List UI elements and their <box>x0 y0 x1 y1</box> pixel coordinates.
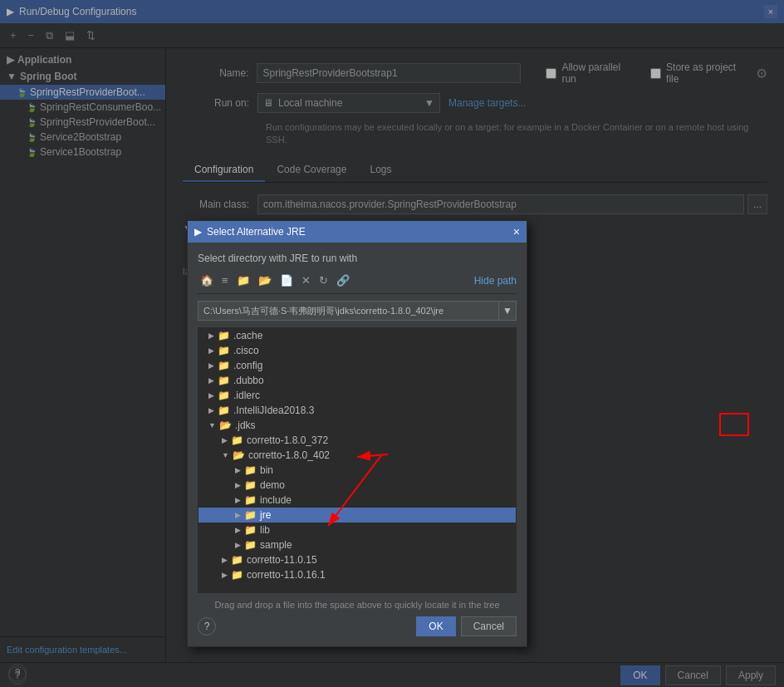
modal-tree-item-idlerc[interactable]: ▶ 📁 .idlerc <box>198 388 516 403</box>
chevron-icon-corretto-11-15: ▶ <box>222 556 228 564</box>
modal-body: Select directory with JRE to run with 🏠 … <box>188 243 527 646</box>
modal-tree-item-jdks-label: .jdks <box>235 420 256 431</box>
modal-newfile-button[interactable]: 📄 <box>277 272 296 288</box>
chevron-icon-dubbo: ▶ <box>208 376 214 385</box>
modal-title-text: Select Alternative JRE <box>207 226 306 238</box>
folder-icon-config: 📁 <box>218 360 230 371</box>
modal-path-input[interactable] <box>198 301 499 321</box>
modal-tree-item-intellij-label: .IntelliJIdea2018.3 <box>233 405 314 416</box>
modal-folder-button[interactable]: 📁 <box>234 272 252 288</box>
modal-tree-item-cache-label: .cache <box>233 330 262 341</box>
modal-tree-item-idlerc-label: .idlerc <box>233 390 260 401</box>
modal-subtitle: Select directory with JRE to run with <box>198 253 517 264</box>
modal-link-button[interactable]: 🔗 <box>334 272 352 288</box>
folder-icon-intellij: 📁 <box>218 405 230 416</box>
modal-tree-item-corretto-11-15-label: corretto-11.0.15 <box>247 554 317 566</box>
folder-icon-include: 📁 <box>244 494 257 506</box>
modal-ok-button[interactable]: OK <box>416 616 455 636</box>
modal-tree-item-sample-label: sample <box>260 539 292 551</box>
modal-hint: Drag and drop a file into the space abov… <box>198 600 517 610</box>
modal-tree-item-cisco[interactable]: ▶ 📁 .cisco <box>198 343 516 358</box>
chevron-icon-bin: ▶ <box>235 466 241 474</box>
folder-icon-corretto-372: 📁 <box>231 434 243 446</box>
modal-tree-item-config[interactable]: ▶ 📁 .config <box>198 358 516 373</box>
folder-icon-jdks: 📂 <box>219 420 232 431</box>
folder-icon-bin: 📁 <box>244 464 257 476</box>
modal-folder2-button[interactable]: 📂 <box>256 272 274 288</box>
modal-close-button[interactable]: × <box>513 225 520 238</box>
modal-tree-item-bin-label: bin <box>260 464 273 476</box>
chevron-icon-idlerc: ▶ <box>208 391 214 400</box>
modal-path-dropdown-button[interactable]: ▼ <box>499 301 517 321</box>
chevron-icon-cisco: ▶ <box>208 346 214 355</box>
chevron-icon-cache: ▶ <box>208 331 214 340</box>
folder-icon-corretto-11-16: 📁 <box>231 569 243 581</box>
modal-tree-item-dubbo[interactable]: ▶ 📁 .dubbo <box>198 373 516 388</box>
chevron-icon-sample: ▶ <box>235 541 241 549</box>
folder-icon-corretto-11-15: 📁 <box>231 554 243 566</box>
chevron-icon-corretto-11-16: ▶ <box>222 571 228 579</box>
chevron-icon-jre: ▶ <box>235 511 241 519</box>
modal-tree-item-bin[interactable]: ▶ 📁 bin <box>198 463 516 478</box>
modal-tree-item-demo-label: demo <box>260 479 285 491</box>
modal-tree-item-include[interactable]: ▶ 📁 include <box>198 493 516 508</box>
modal-list-button[interactable]: ≡ <box>219 272 231 288</box>
folder-icon-cisco: 📁 <box>218 345 230 356</box>
folder-icon-demo: 📁 <box>244 479 257 491</box>
modal-help-button[interactable]: ? <box>198 617 216 635</box>
chevron-icon-demo: ▶ <box>235 481 241 489</box>
chevron-icon-corretto-402: ▼ <box>222 451 229 459</box>
folder-icon-dubbo: 📁 <box>218 375 230 386</box>
modal-toolbar: 🏠 ≡ 📁 📂 📄 ✕ ↻ 🔗 Hide path <box>198 272 517 294</box>
modal-refresh-button[interactable]: ↻ <box>316 272 331 288</box>
modal-tree-item-jre[interactable]: ▶ 📁 jre <box>198 508 516 523</box>
modal-title-left: ▶ Select Alternative JRE <box>194 226 306 238</box>
folder-icon-sample: 📁 <box>244 539 257 551</box>
folder-icon-jre: 📁 <box>244 509 257 521</box>
modal-tree-item-dubbo-label: .dubbo <box>233 375 264 386</box>
folder-icon-corretto-402: 📂 <box>233 449 245 461</box>
modal-path-row: ▼ <box>198 301 517 321</box>
chevron-icon-config: ▶ <box>208 361 214 370</box>
folder-icon-idlerc: 📁 <box>218 390 230 401</box>
modal-tree-item-lib[interactable]: ▶ 📁 lib <box>198 523 516 537</box>
modal-tree-item-corretto-402-label: corretto-1.8.0_402 <box>248 449 330 461</box>
modal-footer: ? OK Cancel <box>198 616 517 636</box>
chevron-icon-jdks: ▼ <box>208 421 216 429</box>
modal-tree-item-corretto-11-15[interactable]: ▶ 📁 corretto-11.0.15 <box>198 552 516 567</box>
modal-tree-item-cisco-label: .cisco <box>233 345 259 356</box>
chevron-icon-include: ▶ <box>235 496 241 504</box>
modal-tree-item-corretto-372-label: corretto-1.8.0_372 <box>247 434 328 446</box>
modal-footer-buttons: OK Cancel <box>416 616 517 636</box>
chevron-icon-intellij: ▶ <box>208 406 214 415</box>
modal-delete-button[interactable]: ✕ <box>299 272 313 288</box>
chevron-icon-lib: ▶ <box>235 526 241 534</box>
modal-tree-item-intellij[interactable]: ▶ 📁 .IntelliJIdea2018.3 <box>198 403 516 418</box>
modal-tree-item-corretto-372[interactable]: ▶ 📁 corretto-1.8.0_372 <box>198 433 516 448</box>
select-jre-modal: ▶ Select Alternative JRE × Select direct… <box>187 220 527 647</box>
modal-tree-item-demo[interactable]: ▶ 📁 demo <box>198 478 516 493</box>
chevron-icon-corretto-372: ▶ <box>222 436 228 444</box>
modal-tree-item-jre-label: jre <box>260 509 271 521</box>
modal-title-bar: ▶ Select Alternative JRE × <box>188 221 527 243</box>
modal-tree-item-lib-label: lib <box>260 524 270 536</box>
modal-tree-item-include-label: include <box>260 494 292 506</box>
modal-tree-item-config-label: .config <box>233 360 262 371</box>
modal-tree-item-corretto-402[interactable]: ▼ 📂 corretto-1.8.0_402 <box>198 448 516 463</box>
modal-tree[interactable]: ▶ 📁 .cache ▶ 📁 .cisco ▶ 📁 .config ▶ 📁 . <box>198 327 517 593</box>
modal-tree-item-corretto-11-16[interactable]: ▶ 📁 corretto-11.0.16.1 <box>198 567 516 582</box>
folder-icon-lib: 📁 <box>244 524 257 536</box>
modal-tree-item-corretto-11-16-label: corretto-11.0.16.1 <box>247 569 326 581</box>
modal-hide-path-link[interactable]: Hide path <box>474 275 517 287</box>
modal-tree-item-cache[interactable]: ▶ 📁 .cache <box>198 328 516 343</box>
modal-tree-item-jdks[interactable]: ▼ 📂 .jdks <box>198 418 516 433</box>
modal-tree-item-sample[interactable]: ▶ 📁 sample <box>198 537 516 552</box>
modal-cancel-button[interactable]: Cancel <box>461 616 517 636</box>
modal-home-button[interactable]: 🏠 <box>198 272 216 288</box>
folder-icon-cache: 📁 <box>218 330 230 341</box>
modal-title-icon: ▶ <box>194 226 202 238</box>
